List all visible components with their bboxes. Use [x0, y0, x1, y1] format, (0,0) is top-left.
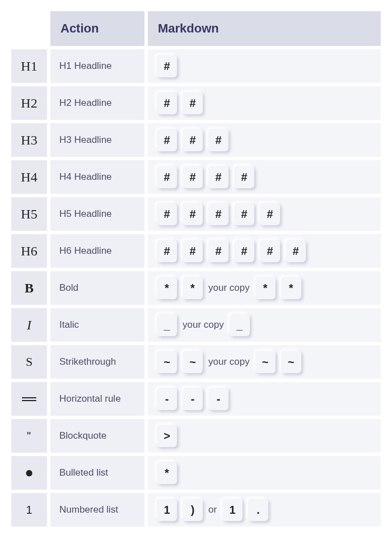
row-symbol: H6 [11, 234, 47, 268]
row-action: H2 Headline [50, 86, 144, 120]
row-action: Italic [50, 308, 144, 342]
syntax-key: # [234, 240, 254, 262]
markdown-cheatsheet-table: Action Markdown H1H1 Headline#H2H2 Headl… [11, 11, 381, 527]
row-symbol [11, 382, 47, 416]
syntax-key: _ [157, 314, 177, 336]
row-action: H3 Headline [50, 123, 144, 157]
syntax-key: - [183, 388, 203, 410]
row-symbol: H2 [11, 86, 47, 120]
syntax-key: ) [183, 499, 203, 521]
syntax-key: _ [230, 314, 250, 336]
row-action: Numbered list [50, 493, 144, 527]
row-symbol: ● [11, 456, 47, 490]
syntax-key: > [157, 425, 177, 447]
row-symbol: 1 [11, 493, 47, 527]
row-markdown: > [148, 419, 381, 453]
row-action: H4 Headline [50, 160, 144, 194]
row-action: H5 Headline [50, 197, 144, 231]
header-markdown: Markdown [148, 11, 381, 46]
copy-placeholder: your copy [208, 282, 250, 294]
syntax-key: ~ [157, 351, 177, 373]
header-symbol-spacer [11, 11, 47, 46]
syntax-key: 1 [157, 499, 177, 521]
syntax-key: # [183, 92, 203, 114]
row-action: Bold [50, 271, 144, 305]
blockquote-icon: " [27, 430, 31, 443]
row-markdown: #### [148, 160, 381, 194]
syntax-key: # [208, 203, 228, 225]
syntax-key: # [157, 55, 177, 77]
syntax-key: * [255, 277, 276, 299]
syntax-key: # [260, 203, 280, 225]
syntax-key: 1 [222, 499, 242, 521]
header-action: Action [50, 11, 144, 46]
row-action: H6 Headline [50, 234, 144, 268]
row-markdown: ## [148, 86, 381, 120]
syntax-key: # [157, 240, 177, 262]
syntax-key: * [183, 277, 203, 299]
row-markdown: ##### [148, 197, 381, 231]
syntax-key: - [208, 388, 228, 410]
syntax-key: # [183, 203, 203, 225]
syntax-key: # [208, 240, 228, 262]
or-label: or [208, 504, 217, 515]
row-action: Horizontal rule [50, 382, 144, 416]
syntax-key: ~ [281, 351, 301, 373]
row-markdown: ###### [148, 234, 381, 268]
strikethrough-icon: S [26, 355, 32, 369]
row-markdown: --- [148, 382, 381, 416]
row-markdown: * [148, 456, 381, 490]
row-symbol: H5 [11, 197, 47, 231]
syntax-key: # [260, 240, 280, 262]
numbered-icon: 1 [26, 504, 32, 517]
row-symbol: H3 [11, 123, 47, 157]
row-markdown: 1)or1. [148, 493, 381, 527]
syntax-key: # [183, 129, 203, 151]
row-markdown: _your copy_ [148, 308, 381, 342]
syntax-key: # [208, 129, 228, 151]
syntax-key: # [286, 240, 306, 262]
copy-placeholder: your copy [208, 356, 250, 368]
syntax-key: # [157, 166, 177, 188]
syntax-key: - [157, 388, 177, 410]
row-markdown: ~~your copy~~ [148, 345, 381, 379]
row-symbol: B [11, 271, 47, 305]
bold-icon: B [25, 281, 34, 296]
row-symbol: I [11, 308, 47, 342]
syntax-key: # [157, 129, 177, 151]
syntax-key: # [208, 166, 228, 188]
syntax-key: ~ [255, 351, 276, 373]
syntax-key: # [183, 240, 203, 262]
row-action: H1 Headline [50, 49, 144, 83]
syntax-key: # [234, 203, 254, 225]
syntax-key: ~ [183, 351, 203, 373]
row-symbol: H1 [11, 49, 47, 83]
syntax-key: * [157, 277, 177, 299]
syntax-key: # [183, 166, 203, 188]
syntax-key: * [157, 462, 177, 484]
syntax-key: # [234, 166, 254, 188]
row-markdown: ### [148, 123, 381, 157]
row-symbol: " [11, 419, 47, 453]
italic-icon: I [27, 318, 31, 333]
row-markdown: **your copy** [148, 271, 381, 305]
syntax-key: * [281, 277, 301, 299]
syntax-key: . [248, 499, 268, 521]
row-symbol: H4 [11, 160, 47, 194]
row-action: Bulleted list [50, 456, 144, 490]
syntax-key: # [157, 203, 177, 225]
syntax-key: # [157, 92, 177, 114]
row-symbol: S [11, 345, 47, 379]
row-markdown: # [148, 49, 381, 83]
copy-placeholder: your copy [183, 319, 224, 331]
row-action: Strikethrough [50, 345, 144, 379]
horizontal-rule-icon [22, 397, 36, 401]
row-action: Blockquote [50, 419, 144, 453]
